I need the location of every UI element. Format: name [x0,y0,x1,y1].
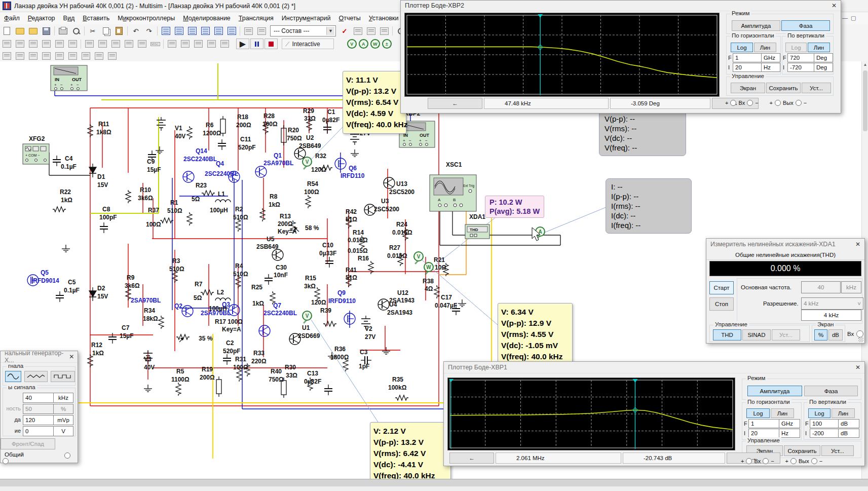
edge-button[interactable]: Фронт/Спад [1,438,55,449]
xbp2-title[interactable]: Плоттер Боде-XBP2 ✕ [401,1,841,11]
funcgen-value-field-1[interactable]: 50 [23,404,54,414]
xbp1-v-lin-button[interactable]: Лин [832,408,855,418]
extra-tool-icon-2[interactable] [27,50,39,61]
xbp2-save-button[interactable]: Сохранить [766,83,801,93]
database-view-icon[interactable] [186,25,198,36]
menu-вставить[interactable]: Вставить [79,13,114,23]
description-view-icon[interactable] [212,25,224,36]
menu-файл[interactable]: Файл [0,13,24,23]
xbp1-v-log-button[interactable]: Log [808,408,831,418]
component-group-icon-5[interactable] [66,39,79,50]
xda1-freq-field[interactable]: 40 [801,281,841,293]
xbp2-in-minus-terminal[interactable] [747,100,753,106]
extra-tool-icon-4[interactable] [53,50,65,61]
scroll-up-icon[interactable]: ▲ [862,62,868,69]
funcgen-value-field-2[interactable]: 120 [23,415,54,425]
xbp1-in-plus-terminal[interactable] [746,458,752,464]
close-icon[interactable]: ✕ [851,364,864,371]
menu-инструментарий[interactable]: Инструментарий [278,13,335,23]
triangle-wave-button[interactable] [24,371,48,382]
extra-tool-icon-5[interactable] [66,50,79,61]
xda1-settings-button[interactable]: Уст... [772,329,800,341]
spreadsheet-view-icon[interactable] [173,25,185,36]
xbp1-h-lin-button[interactable]: Лин [771,408,794,418]
component-group-icon-13[interactable] [179,39,191,50]
xbp2-h-log-button[interactable]: Log [731,43,753,52]
grapher-view-icon[interactable] [199,25,211,36]
function-generator-window[interactable]: нальный генератор-X... ✕ гнала ы сигнала… [0,351,78,463]
xbp1-h-f-field[interactable]: 1 [748,419,781,428]
bode-plotter-xbp1-window[interactable]: Плоттер Боде-XBP1 ✕ Режим Амплитуда Фаза… [443,361,865,466]
component-group-icon-2[interactable] [27,39,39,50]
component-group-icon-4[interactable] [53,39,65,50]
vertical-scrollbar-thumb[interactable] [863,70,867,131]
xda1-start-button[interactable]: Старт [709,281,734,294]
xbp2-amplitude-button[interactable]: Амплитуда [732,20,780,31]
menu-вид[interactable]: Вид [59,13,79,23]
save-icon[interactable] [40,25,52,36]
component-group-icon-1[interactable] [14,39,26,50]
open-folder-icon[interactable] [27,25,39,36]
xbp1-v-f-field[interactable]: 100 [810,419,840,428]
extra-tool-icon-3[interactable] [40,50,52,61]
probe-±-icon[interactable]: ± [382,39,392,49]
maximize-icon[interactable]: ▢ [851,15,856,21]
hierarchy-view-icon[interactable] [225,25,238,36]
import-icon[interactable] [365,25,377,36]
probe-W-icon[interactable]: W [370,39,380,49]
xbp2-v-i-field[interactable]: -720 [787,63,816,72]
print-icon[interactable] [57,25,69,36]
xbp2-screen-button[interactable]: Экран [731,83,765,93]
pause-button[interactable] [250,39,263,49]
xda1-resolution-option[interactable]: 4 kHz [801,310,861,321]
xbp1-h-i-field[interactable]: 20 [748,429,781,438]
xda1-percent-button[interactable]: % [814,329,827,341]
xbp2-in-plus-terminal[interactable] [730,100,736,106]
component-group-icon-12[interactable] [166,39,178,50]
component-group-icon-6[interactable] [83,39,95,50]
stop-button[interactable] [265,39,278,49]
menu-отчеты[interactable]: Отчеты [335,13,365,23]
print-preview-icon[interactable] [70,25,82,36]
undo-icon[interactable]: ↶ [130,25,142,36]
menu-трансляция[interactable]: Трансляция [235,13,278,23]
close-icon[interactable]: ✕ [827,2,841,9]
component-group-icon-16[interactable] [218,39,231,50]
paste-icon[interactable] [113,25,125,36]
sine-wave-button[interactable] [5,371,21,382]
menu-моделирование[interactable]: Моделирование [179,13,235,23]
component-group-icon-9[interactable] [123,39,135,50]
xbp1-h-log-button[interactable]: Log [746,408,770,418]
minimize-icon[interactable]: — [842,15,848,21]
xda1-sinad-button[interactable]: SINAD [742,329,771,341]
xbp2-v-f-field[interactable]: 720 [787,53,816,62]
component-group-icon-3[interactable] [40,39,52,50]
xbp2-phase-button[interactable]: Фаза [781,20,830,31]
component-group-icon-8[interactable] [109,39,122,50]
funcgen-value-field-3[interactable]: 0 [23,426,54,436]
xda1-thd-button[interactable]: THD [713,329,741,341]
project-view-icon[interactable] [160,25,172,36]
xbp1-out-plus-terminal[interactable] [790,458,797,464]
xda1-in-terminal[interactable] [856,330,863,337]
xbp2-cursor-left-button[interactable]: ← [428,98,482,109]
distortion-analyzer-xda1-window[interactable]: Измеритель нелинейных искажений-XDA1 ✕ О… [706,238,865,344]
transfer-a-icon[interactable] [242,25,254,36]
bode-plotter-xbp2-window[interactable]: Плоттер Боде-XBP2 ✕ Режим Амплитуда Фаза… [400,0,841,114]
resize-grip[interactable] [858,337,863,342]
xbp1-out-minus-terminal[interactable] [811,458,817,464]
square-wave-button[interactable] [51,371,75,382]
component-group-icon-7[interactable] [96,39,108,50]
xbp2-h-i-field[interactable]: 20 [733,63,763,72]
xbp2-out-minus-terminal[interactable] [796,100,802,106]
menu-микроконтроллеры[interactable]: Микроконтроллеры [114,13,179,23]
xda1-resolution-select[interactable]: 4 kHz ˅ [801,297,863,310]
component-group-icon-0[interactable] [1,39,13,50]
xbp2-h-f-field[interactable]: 1 [733,53,763,62]
xbp1-v-i-field[interactable]: -200 [810,429,840,438]
new-icon[interactable] [1,25,13,36]
extra-tool-icon-1[interactable] [14,50,26,61]
xbp2-v-lin-button[interactable]: Лин [808,43,830,52]
xbp1-cursor-left-button[interactable]: ← [449,452,494,464]
funcgen-value-field-0[interactable]: 40 [23,393,54,403]
